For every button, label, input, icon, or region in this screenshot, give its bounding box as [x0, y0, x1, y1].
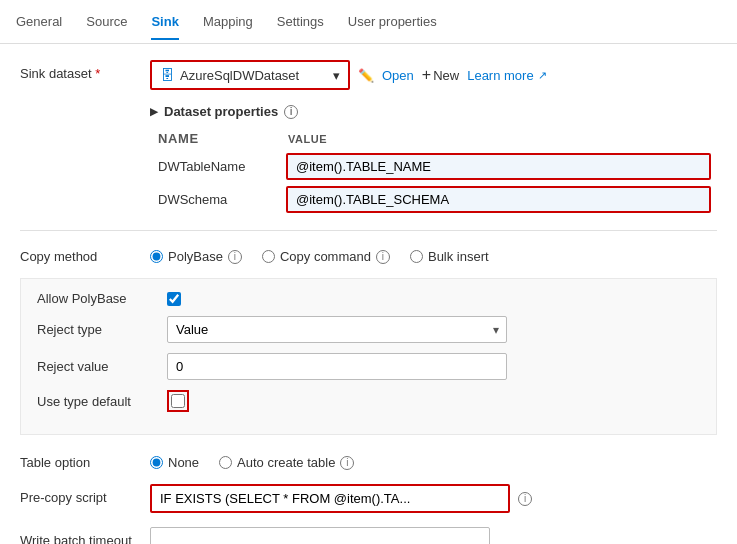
collapse-icon[interactable]: ▶ — [150, 106, 158, 117]
bulk-insert-option[interactable]: Bulk insert — [410, 249, 489, 264]
copy-command-info-icon[interactable]: i — [376, 250, 390, 264]
polybase-radio[interactable] — [150, 250, 163, 263]
copy-command-label: Copy command — [280, 249, 371, 264]
table-row: DWSchema — [150, 183, 717, 216]
tab-bar: General Source Sink Mapping Settings Use… — [0, 0, 737, 44]
allow-polybase-label: Allow PolyBase — [37, 291, 167, 306]
none-label: None — [168, 455, 199, 470]
tab-mapping[interactable]: Mapping — [203, 4, 253, 39]
copy-method-options: PolyBase i Copy command i Bulk insert — [150, 243, 489, 264]
polybase-label: PolyBase — [168, 249, 223, 264]
allow-polybase-row: Allow PolyBase — [37, 291, 700, 306]
chevron-down-icon: ▾ — [333, 68, 340, 83]
dataset-row: 🗄 AzureSqlDWDataset ▾ ✏️ Open + New Lear… — [150, 60, 717, 90]
table-row: DWTableName — [150, 150, 717, 183]
sink-dataset-row: Sink dataset * 🗄 AzureSqlDWDataset ▾ ✏️ … — [20, 60, 717, 90]
tab-source[interactable]: Source — [86, 4, 127, 39]
prop-name-1: DWSchema — [150, 183, 280, 216]
write-batch-timeout-label: Write batch timeout — [20, 527, 150, 544]
pre-copy-script-row: Pre-copy script i — [20, 484, 717, 513]
allow-polybase-checkbox-wrapper — [167, 292, 181, 306]
dataset-properties: ▶ Dataset properties i NAME VALUE DWTabl… — [150, 104, 717, 216]
tab-user-properties[interactable]: User properties — [348, 4, 437, 39]
col-header-value: VALUE — [280, 127, 717, 150]
auto-create-label: Auto create table — [237, 455, 335, 470]
main-content: Sink dataset * 🗄 AzureSqlDWDataset ▾ ✏️ … — [0, 44, 737, 544]
bulk-insert-radio[interactable] — [410, 250, 423, 263]
info-icon[interactable]: i — [284, 105, 298, 119]
use-type-default-checkbox[interactable] — [171, 394, 185, 408]
table-option-options: None Auto create table i — [150, 449, 354, 470]
prop-value-1 — [280, 183, 717, 216]
copy-command-option[interactable]: Copy command i — [262, 249, 390, 264]
reject-type-select[interactable]: Value Percentage — [167, 316, 507, 343]
properties-table: NAME VALUE DWTableName DWSchema — [150, 127, 717, 216]
reject-type-row: Reject type Value Percentage — [37, 316, 700, 343]
edit-icon: ✏️ — [358, 68, 374, 83]
allow-polybase-checkbox[interactable] — [167, 292, 181, 306]
write-batch-timeout-input[interactable] — [150, 527, 490, 544]
table-option-row: Table option None Auto create table i — [20, 449, 717, 470]
auto-create-radio[interactable] — [219, 456, 232, 469]
copy-method-label: Copy method — [20, 243, 150, 264]
new-button[interactable]: + New — [422, 66, 459, 84]
col-header-name: NAME — [150, 127, 280, 150]
bulk-insert-label: Bulk insert — [428, 249, 489, 264]
polybase-info-icon[interactable]: i — [228, 250, 242, 264]
prop-value-input-1[interactable] — [286, 186, 711, 213]
polybase-settings: Allow PolyBase Reject type Value Percent… — [20, 278, 717, 435]
none-radio[interactable] — [150, 456, 163, 469]
use-type-default-label: Use type default — [37, 394, 167, 409]
pre-copy-script-input[interactable] — [150, 484, 510, 513]
prop-value-0 — [280, 150, 717, 183]
reject-type-label: Reject type — [37, 322, 167, 337]
auto-create-option[interactable]: Auto create table i — [219, 455, 354, 470]
prop-value-input-0[interactable] — [286, 153, 711, 180]
reject-value-row: Reject value — [37, 353, 700, 380]
none-option[interactable]: None — [150, 455, 199, 470]
reject-value-input[interactable] — [167, 353, 507, 380]
auto-create-info-icon[interactable]: i — [340, 456, 354, 470]
write-batch-timeout-row: Write batch timeout — [20, 527, 717, 544]
polybase-option[interactable]: PolyBase i — [150, 249, 242, 264]
reject-type-select-wrapper: Value Percentage — [167, 316, 507, 343]
pre-copy-script-label: Pre-copy script — [20, 484, 150, 505]
pre-copy-info-icon[interactable]: i — [518, 492, 532, 506]
dataset-icon: 🗄 — [160, 67, 174, 83]
sink-dataset-select[interactable]: 🗄 AzureSqlDWDataset ▾ — [150, 60, 350, 90]
reject-value-label: Reject value — [37, 359, 167, 374]
learn-more-link[interactable]: Learn more — [467, 68, 546, 83]
divider — [20, 230, 717, 231]
tab-settings[interactable]: Settings — [277, 4, 324, 39]
prop-name-0: DWTableName — [150, 150, 280, 183]
sink-dataset-control: 🗄 AzureSqlDWDataset ▾ ✏️ Open + New Lear… — [150, 60, 717, 90]
open-link[interactable]: Open — [382, 68, 414, 83]
tab-sink[interactable]: Sink — [151, 4, 178, 39]
sink-dataset-label: Sink dataset * — [20, 60, 150, 81]
use-type-default-border — [167, 390, 189, 412]
copy-command-radio[interactable] — [262, 250, 275, 263]
tab-general[interactable]: General — [16, 4, 62, 39]
table-option-label: Table option — [20, 449, 150, 470]
use-type-default-row: Use type default — [37, 390, 700, 412]
copy-method-row: Copy method PolyBase i Copy command i Bu… — [20, 243, 717, 264]
